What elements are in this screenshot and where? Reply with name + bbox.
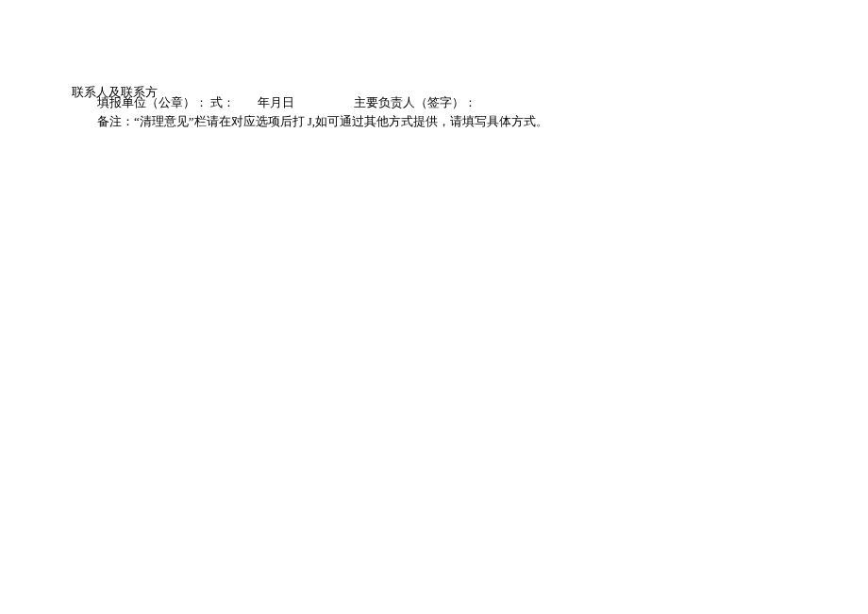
- shi-label: 式：: [210, 94, 235, 111]
- note-text: 备注：“清理意见”栏请在对应选项后打 J,如可通过其他方式提供，请填写具体方式。: [97, 113, 548, 130]
- responsible-person-signature-label: 主要负责人（签字）：: [354, 94, 476, 111]
- form-line: 填报单位（公章）： 式： 年月日 主要负责人（签字）：: [97, 94, 476, 111]
- reporting-unit-seal-label: 填报单位（公章）：: [97, 94, 208, 111]
- date-label: 年月日: [258, 94, 294, 111]
